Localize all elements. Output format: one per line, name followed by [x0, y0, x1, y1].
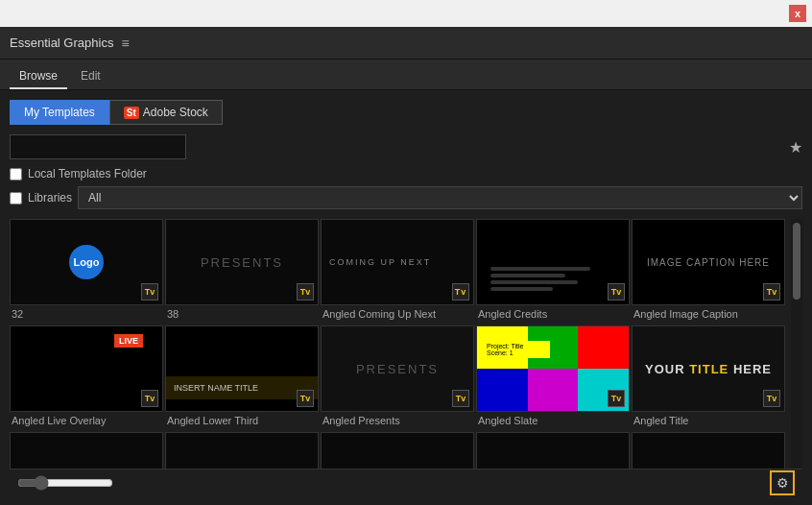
tabs-row: Browse Edit	[0, 60, 812, 90]
panel-title: Essential Graphics	[10, 36, 113, 50]
libraries-checkbox[interactable]	[10, 192, 22, 204]
local-templates-label: Local Templates Folder	[28, 167, 147, 180]
libraries-row: Libraries All	[10, 186, 802, 209]
mogrt-badge: Tv	[141, 390, 158, 407]
thumb-label: Angled Image Caption	[632, 305, 785, 324]
mogrt-badge: Tv	[608, 390, 625, 407]
thumb-label: Angled Title	[632, 412, 785, 430]
list-item[interactable]: Project: TitleScene: 1 Tv Angled Slate	[476, 325, 630, 430]
scrollbar[interactable]	[791, 219, 802, 469]
mogrt-badge: Tv	[763, 390, 780, 407]
slate-text: Project: TitleScene: 1	[483, 341, 550, 358]
thumb-label: Angled Slate	[476, 412, 630, 430]
local-templates-checkbox[interactable]	[10, 168, 22, 180]
tab-edit[interactable]: Edit	[71, 64, 110, 89]
adobe-stock-button[interactable]: St Adobe Stock	[109, 100, 223, 125]
mogrt-badge: Tv	[608, 283, 625, 301]
list-item[interactable]	[10, 432, 163, 469]
st-badge: St	[124, 107, 139, 119]
mogrt-badge: Tv	[297, 283, 314, 301]
bottom-bar: ⚙	[10, 469, 802, 495]
zoom-slider[interactable]	[17, 475, 113, 491]
list-item[interactable]: Tv Angled Credits	[476, 219, 630, 324]
list-item[interactable]: LIVE Tv Angled Live Overlay	[10, 325, 163, 430]
thumb-label: Angled Credits	[476, 305, 630, 324]
thumb-label: 38	[165, 305, 319, 324]
close-button[interactable]: x	[789, 5, 806, 22]
panel-menu-icon[interactable]: ≡	[121, 36, 129, 51]
mogrt-badge: Tv	[452, 283, 469, 301]
grid-wrapper: Logo Tv 32 PRESENTS Tv 38 COMING UP NEXT…	[10, 219, 802, 469]
panel-header: Essential Graphics ≡	[0, 27, 812, 60]
list-item[interactable]: IMAGE CAPTION HERE Tv Angled Image Capti…	[632, 219, 785, 324]
image-caption-inner: IMAGE CAPTION HERE	[647, 257, 770, 268]
list-item[interactable]: PRESENTS Tv 38	[165, 219, 319, 324]
mogrt-badge: Tv	[141, 283, 158, 301]
thumb-label: Angled Lower Third	[165, 412, 319, 430]
thumb-label: Angled Coming Up Next	[321, 305, 474, 324]
libraries-select[interactable]: All	[78, 186, 802, 209]
presents-inner: PRESENTS	[201, 255, 283, 270]
thumb-logo: Logo	[69, 245, 104, 279]
favorites-star-icon[interactable]: ★	[789, 138, 802, 156]
scrollbar-thumb[interactable]	[793, 223, 800, 300]
lower-third-inner: INSERT NAME TITLE	[174, 383, 258, 393]
mogrt-badge: Tv	[452, 390, 469, 407]
thumb-label: Angled Live Overlay	[10, 412, 163, 430]
thumb-label: Angled Presents	[321, 412, 474, 430]
coming-up-text: COMING UP NEXT	[329, 257, 431, 267]
thumb-label: 32	[10, 305, 163, 324]
list-item[interactable]	[632, 432, 785, 469]
local-templates-row: Local Templates Folder	[10, 167, 802, 180]
template-buttons: My Templates St Adobe Stock	[10, 100, 802, 125]
live-badge: LIVE	[114, 334, 143, 348]
list-item[interactable]: PRESENTS Tv Angled Presents	[321, 325, 474, 430]
list-item[interactable]: YOUR TITLE HERE Tv Angled Title	[632, 325, 785, 430]
adobe-stock-label: Adobe Stock	[143, 106, 208, 119]
my-templates-button[interactable]: My Templates	[10, 100, 109, 125]
settings-button[interactable]: ⚙	[770, 470, 795, 495]
libraries-label: Libraries	[28, 191, 72, 204]
search-wrapper: 🔍	[10, 134, 783, 159]
list-item[interactable]: INSERT NAME TITLE Tv Angled Lower Third	[165, 325, 319, 430]
mogrt-badge: Tv	[297, 390, 314, 407]
list-item[interactable]	[321, 432, 474, 469]
search-row: 🔍 ★	[10, 134, 802, 159]
list-item[interactable]: SLIDE UP TITLE	[476, 432, 630, 469]
title-inner: YOUR TITLE HERE	[645, 362, 772, 376]
mogrt-badge: Tv	[763, 283, 780, 301]
top-bar: x	[0, 0, 812, 27]
templates-grid: Logo Tv 32 PRESENTS Tv 38 COMING UP NEXT…	[10, 219, 791, 469]
presents2-inner: PRESENTS	[356, 362, 439, 376]
list-item[interactable]	[165, 432, 319, 469]
list-item[interactable]: Logo Tv 32	[10, 219, 163, 324]
search-input[interactable]	[10, 134, 186, 159]
credits-visual	[483, 259, 623, 299]
list-item[interactable]: COMING UP NEXT Tv Angled Coming Up Next	[321, 219, 474, 324]
content-area: My Templates St Adobe Stock 🔍 ★ Local Te…	[0, 90, 812, 505]
tab-browse[interactable]: Browse	[10, 64, 67, 89]
